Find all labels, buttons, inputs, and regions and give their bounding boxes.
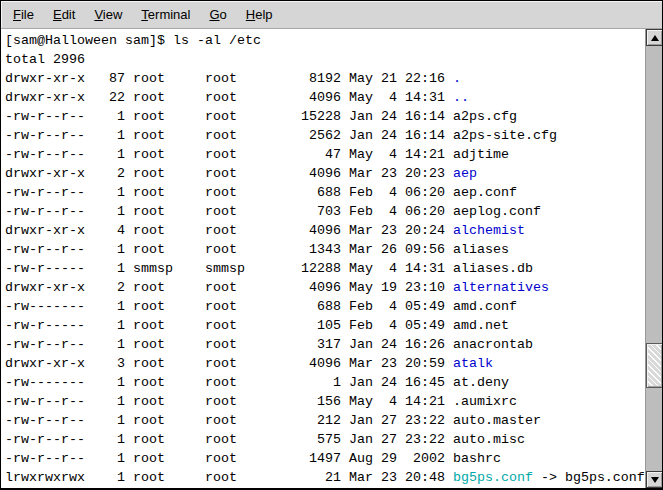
terminal-line: -rw-r--r-- 1 root root 688 Feb 4 06:20 a… (5, 183, 645, 202)
terminal-line: -rw-r--r-- 1 root root 1497 Aug 29 2002 … (5, 449, 645, 468)
directory-name: atalk (453, 356, 493, 371)
terminal-line: total 2996 (5, 50, 645, 69)
terminal-line: -rw-r--r-- 1 root root 15228 Jan 24 16:1… (5, 107, 645, 126)
terminal-line: -rw-r--r-- 1 root root 2562 Jan 24 16:14… (5, 126, 645, 145)
terminal-line: -rw-r--r-- 1 root root 703 Feb 4 06:20 a… (5, 202, 645, 221)
terminal-text: -rw-r--r-- 1 root root 47 May 4 14:21 ad… (5, 147, 509, 162)
terminal-text: drwxr-xr-x 87 root root 8192 May 21 22:1… (5, 71, 453, 86)
terminal-text: -rw-r--r-- 1 root root 317 Jan 24 16:26 … (5, 337, 533, 352)
arrow-up-icon (651, 35, 659, 41)
terminal-line: drwxr-xr-x 4 root root 4096 Mar 23 20:24… (5, 221, 645, 240)
scroll-up-button[interactable] (646, 29, 663, 46)
terminal-text: -rw------- 1 root root 1 Jan 24 16:45 at… (5, 375, 509, 390)
terminal-text: -rw-r--r-- 1 root root 15228 Jan 24 16:1… (5, 109, 517, 124)
terminal-line: drwxr-xr-x 87 root root 8192 May 21 22:1… (5, 69, 645, 88)
terminal-text: drwxr-xr-x 3 root root 4096 Mar 23 20:59 (5, 356, 453, 371)
arrow-down-icon (651, 477, 659, 483)
symlink-name: bg5ps.conf (453, 470, 533, 485)
terminal-line: -rw-r--r-- 1 root root 575 Jan 27 23:22 … (5, 430, 645, 449)
terminal-text: -rw-r--r-- 1 root root 156 May 4 14:21 .… (5, 394, 517, 409)
terminal-text: -rw-r----- 1 smmsp smmsp 12288 May 4 14:… (5, 261, 533, 276)
terminal-text: -rw------- 1 root root 688 Feb 4 05:49 a… (5, 299, 517, 314)
scrollbar[interactable] (645, 29, 662, 488)
terminal-text: lrwxrwxrwx 1 root root 21 Mar 23 20:48 (5, 470, 453, 485)
terminal-text: -rw-r--r-- 1 root root 1343 Mar 26 09:56… (5, 242, 509, 257)
terminal-line: -rw------- 1 root root 1 Jan 24 16:45 at… (5, 373, 645, 392)
terminal-line: -rw------- 1 root root 688 Feb 4 05:49 a… (5, 297, 645, 316)
terminal-line: -rw-r--r-- 1 root root 212 Jan 27 23:22 … (5, 411, 645, 430)
terminal-line: drwxr-xr-x 3 root root 4096 Mar 23 20:59… (5, 354, 645, 373)
terminal-text: -> bg5ps.conf (533, 470, 645, 485)
menu-item-view[interactable]: View (92, 4, 124, 25)
terminal-text: -rw-r--r-- 1 root root 575 Jan 27 23:22 … (5, 432, 525, 447)
menu-item-terminal[interactable]: Terminal (139, 4, 192, 25)
terminal-line: drwxr-xr-x 2 root root 4096 Mar 23 20:23… (5, 164, 645, 183)
terminal-line: -rw-r--r-- 1 root root 156 May 4 14:21 .… (5, 392, 645, 411)
scroll-down-button[interactable] (646, 471, 663, 488)
terminal-text: drwxr-xr-x 2 root root 4096 Mar 23 20:23 (5, 166, 453, 181)
terminal-window: File Edit View Terminal Go Help [sam@Hal… (0, 0, 663, 490)
terminal-text: drwxr-xr-x 2 root root 4096 May 19 23:10 (5, 280, 453, 295)
terminal-text: total 2996 (5, 52, 85, 67)
terminal-text: -rw-r--r-- 1 root root 688 Feb 4 06:20 a… (5, 185, 517, 200)
directory-name: aep (453, 166, 477, 181)
directory-name: . (453, 71, 461, 86)
directory-name: .. (453, 90, 469, 105)
terminal-line: -rw-r----- 1 root root 105 Feb 4 05:49 a… (5, 316, 645, 335)
terminal-line: lrwxrwxrwx 1 root root 21 Mar 23 20:48 b… (5, 468, 645, 487)
scrollbar-thumb[interactable] (646, 343, 663, 388)
directory-name: alchemist (453, 223, 525, 238)
menu-item-help[interactable]: Help (244, 4, 275, 25)
terminal-text: -rw-r--r-- 1 root root 2562 Jan 24 16:14… (5, 128, 557, 143)
menu-item-go[interactable]: Go (207, 4, 228, 25)
terminal-text: drwxr-xr-x 22 root root 4096 May 4 14:31 (5, 90, 453, 105)
terminal-text: -rw-r--r-- 1 root root 1497 Aug 29 2002 … (5, 451, 501, 466)
terminal-line: -rw-r--r-- 1 root root 47 May 4 14:21 ad… (5, 145, 645, 164)
terminal-line: drwxr-xr-x 22 root root 4096 May 4 14:31… (5, 88, 645, 107)
terminal-text: drwxr-xr-x 4 root root 4096 Mar 23 20:24 (5, 223, 453, 238)
terminal-line: [sam@Halloween sam]$ ls -al /etc (5, 31, 645, 50)
menu-item-file[interactable]: File (11, 4, 36, 25)
terminal-line: -rw-r----- 1 smmsp smmsp 12288 May 4 14:… (5, 259, 645, 278)
terminal-text: -rw-r--r-- 1 root root 703 Feb 4 06:20 a… (5, 204, 541, 219)
directory-name: alternatives (453, 280, 549, 295)
terminal-text: -rw-r--r-- 1 root root 212 Jan 27 23:22 … (5, 413, 541, 428)
terminal-line: drwxr-xr-x 2 root root 4096 May 19 23:10… (5, 278, 645, 297)
terminal-text: [sam@Halloween sam]$ ls -al /etc (5, 33, 261, 48)
terminal-output[interactable]: [sam@Halloween sam]$ ls -al /etctotal 29… (1, 29, 645, 488)
menu-bar: File Edit View Terminal Go Help (1, 1, 662, 29)
terminal-line: -rw-r--r-- 1 root root 1343 Mar 26 09:56… (5, 240, 645, 259)
terminal-text: -rw-r----- 1 root root 105 Feb 4 05:49 a… (5, 318, 509, 333)
menu-item-edit[interactable]: Edit (51, 4, 77, 25)
terminal-line: -rw-r--r-- 1 root root 317 Jan 24 16:26 … (5, 335, 645, 354)
